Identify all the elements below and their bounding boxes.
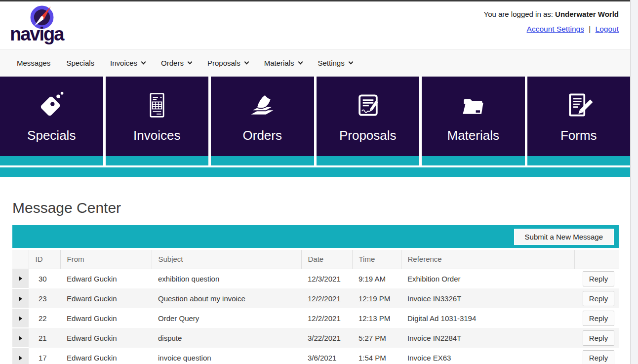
- cell-reference: Digital Ad 1031-3194: [401, 308, 574, 328]
- cell-subject: Order Query: [152, 308, 301, 328]
- expand-row-icon: [19, 356, 22, 361]
- cell-time: 5:27 PM: [352, 328, 401, 348]
- chevron-down-icon: [188, 60, 193, 65]
- header-links: Account Settings | Logout: [484, 25, 619, 34]
- expander-cell[interactable]: [12, 348, 29, 364]
- nav-item-messages[interactable]: Messages: [9, 59, 58, 67]
- nav-item-label: Proposals: [207, 59, 240, 67]
- cell-id: 17: [29, 348, 60, 364]
- account-settings-link[interactable]: Account Settings: [527, 25, 584, 33]
- form-pencil-icon: [564, 90, 594, 120]
- expand-row-icon: [19, 336, 22, 341]
- header-from: From: [60, 250, 152, 269]
- nav-item-settings[interactable]: Settings: [310, 59, 360, 67]
- tile-materials[interactable]: Materials: [422, 77, 525, 165]
- reply-button[interactable]: Reply: [583, 291, 614, 306]
- chevron-down-icon: [298, 60, 303, 65]
- logout-link[interactable]: Logout: [596, 25, 619, 33]
- reply-button[interactable]: Reply: [583, 330, 614, 346]
- nav-item-specials[interactable]: Specials: [58, 59, 102, 67]
- cell-actions: Reply: [574, 308, 619, 328]
- cell-date: 3/22/2021: [301, 328, 352, 348]
- nav-item-label: Specials: [66, 59, 94, 67]
- cell-reference: Invoice IN2284T: [401, 328, 574, 348]
- tile-invoices[interactable]: Invoices: [106, 77, 209, 165]
- logged-in-text: You are logged in as: Underwater World: [484, 10, 619, 18]
- cell-date: 12/2/2021: [301, 308, 352, 328]
- cell-reference: Invoice IN3326T: [401, 288, 574, 308]
- header-id: ID: [29, 250, 60, 269]
- cell-actions: Reply: [574, 348, 619, 364]
- cell-subject: Question about my invoice: [152, 288, 301, 308]
- cell-id: 21: [29, 328, 60, 348]
- cell-actions: Reply: [574, 269, 619, 288]
- nav-item-label: Orders: [161, 59, 184, 67]
- reply-button[interactable]: Reply: [583, 271, 614, 286]
- cell-id: 30: [29, 269, 60, 288]
- nav-item-label: Materials: [264, 59, 294, 67]
- submit-new-message-button[interactable]: Submit a New Message: [514, 229, 614, 245]
- nav-item-label: Settings: [318, 59, 345, 67]
- message-toolbar: Submit a New Message: [12, 225, 619, 248]
- cell-time: 1:54 PM: [352, 348, 401, 364]
- tile-label: Materials: [447, 128, 499, 143]
- table-row: 23 Edward Guckin Question about my invoi…: [12, 288, 619, 308]
- cell-actions: Reply: [574, 328, 619, 348]
- cell-id: 22: [29, 308, 60, 328]
- tile-teal-strip: [317, 156, 420, 165]
- reply-button[interactable]: Reply: [583, 350, 614, 364]
- header: naviga You are logged in as: Underwater …: [0, 1, 630, 49]
- table-row: 22 Edward Guckin Order Query 12/2/2021 1…: [12, 308, 619, 328]
- nav-item-materials[interactable]: Materials: [256, 59, 310, 67]
- tile-proposals[interactable]: Proposals: [317, 77, 420, 165]
- folder-icon: [458, 90, 488, 120]
- tile-teal-strip: [527, 156, 631, 165]
- cell-date: 3/6/2021: [301, 348, 352, 364]
- cell-reference: Invoice EX63: [401, 348, 574, 364]
- nav-item-invoices[interactable]: Invoices: [102, 59, 153, 67]
- cell-date: 12/3/2021: [301, 269, 352, 288]
- tile-label: Forms: [560, 128, 597, 143]
- expander-cell[interactable]: [12, 269, 29, 288]
- tile-teal-strip: [422, 156, 525, 165]
- header-date: Date: [301, 250, 352, 269]
- main-nav: Messages Specials Invoices Orders Propos…: [0, 49, 630, 77]
- chevron-down-icon: [348, 60, 353, 65]
- nav-item-orders[interactable]: Orders: [153, 59, 199, 67]
- expander-cell[interactable]: [12, 328, 29, 348]
- tile-label: Proposals: [339, 128, 397, 143]
- nav-item-label: Messages: [17, 59, 50, 67]
- table-row: 21 Edward Guckin dispute 3/22/2021 5:27 …: [12, 328, 619, 348]
- tile-orders[interactable]: Orders: [211, 77, 314, 165]
- chevron-down-icon: [141, 60, 146, 65]
- expander-cell[interactable]: [12, 288, 29, 308]
- tile-forms[interactable]: Forms: [527, 77, 631, 165]
- reply-button[interactable]: Reply: [583, 311, 614, 326]
- naviga-logo[interactable]: naviga: [10, 3, 75, 48]
- cell-from: Edward Guckin: [60, 288, 152, 308]
- cell-subject: exhibition question: [152, 269, 301, 288]
- cell-from: Edward Guckin: [60, 328, 152, 348]
- header-reference: Reference: [401, 250, 574, 269]
- tile-teal-strip: [211, 156, 314, 165]
- nav-item-label: Invoices: [110, 59, 137, 67]
- tile-specials[interactable]: Specials: [0, 77, 103, 165]
- cell-actions: Reply: [574, 288, 619, 308]
- cell-time: 12:19 PM: [352, 288, 401, 308]
- cell-from: Edward Guckin: [60, 269, 152, 288]
- main-content: Message Center Submit a New Message ID F…: [0, 200, 630, 364]
- tile-teal-strip: [0, 156, 103, 165]
- tile-label: Orders: [243, 128, 282, 143]
- expander-cell[interactable]: [12, 308, 29, 328]
- chevron-down-icon: [244, 60, 249, 65]
- link-separator: |: [589, 25, 591, 33]
- vertical-scrollbar[interactable]: [630, 0, 638, 364]
- expand-row-icon: [19, 296, 22, 301]
- cell-reference: Exhibition Order: [401, 269, 574, 288]
- cell-subject: invoice question: [152, 348, 301, 364]
- header-actions: [574, 250, 619, 269]
- logged-in-user: Underwater World: [555, 10, 619, 18]
- header-right: You are logged in as: Underwater World A…: [484, 10, 619, 34]
- nav-item-proposals[interactable]: Proposals: [199, 59, 256, 67]
- table-header: ID From Subject Date Time Reference: [12, 250, 619, 269]
